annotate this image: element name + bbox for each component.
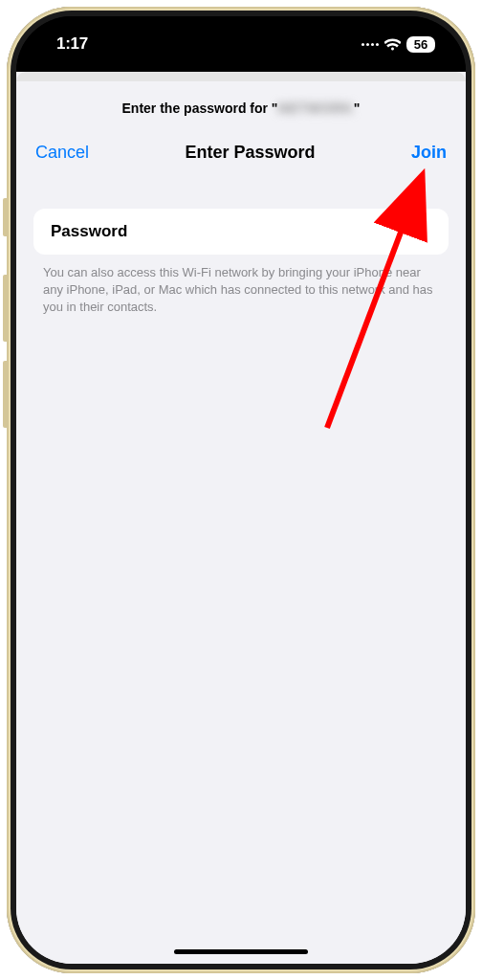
cancel-button[interactable]: Cancel — [35, 143, 89, 163]
network-name-blurred: NETWORK — [278, 100, 354, 116]
wifi-icon — [384, 38, 401, 51]
join-button[interactable]: Join — [411, 143, 447, 163]
dynamic-island — [179, 33, 303, 70]
password-input[interactable]: Password — [33, 209, 449, 255]
battery-badge: 56 — [406, 36, 435, 53]
phone-frame: 1:17 56 Enter the password for "NETWORK" — [7, 7, 475, 973]
prompt-text: Enter the password for "NETWORK" — [16, 100, 466, 116]
status-indicators: 56 — [362, 36, 435, 53]
signal-icon — [362, 43, 379, 46]
prompt-suffix: " — [354, 100, 361, 116]
password-label: Password — [51, 222, 431, 241]
status-time: 1:17 — [56, 34, 88, 54]
screen: 1:17 56 Enter the password for "NETWORK" — [16, 16, 466, 964]
modal-title: Enter Password — [185, 143, 315, 163]
nav-bar: Cancel Enter Password Join — [16, 143, 466, 163]
modal-sheet: Enter the password for "NETWORK" Cancel … — [16, 83, 466, 964]
help-text: You can also access this Wi-Fi network b… — [16, 255, 466, 326]
modal-backdrop — [16, 72, 466, 81]
content-area: Enter the password for "NETWORK" Cancel … — [16, 72, 466, 964]
prompt-prefix: Enter the password for " — [122, 100, 278, 116]
home-indicator[interactable] — [174, 949, 308, 954]
